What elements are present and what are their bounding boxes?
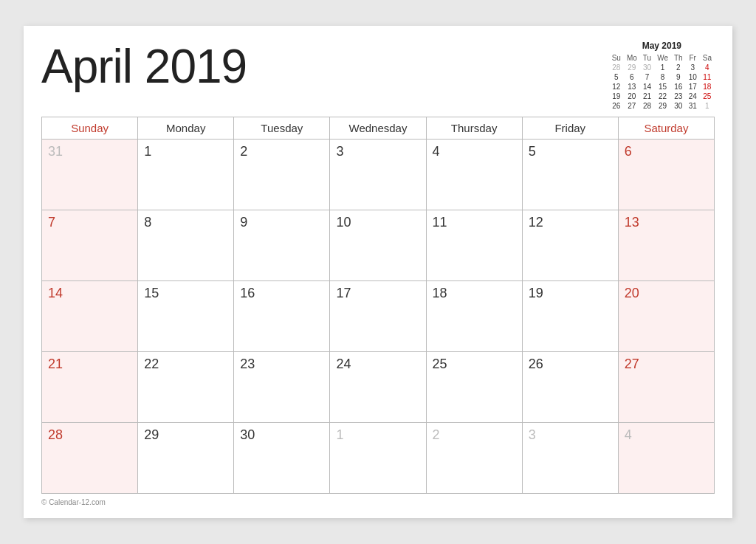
calendar-cell[interactable]: 25 [426,352,522,423]
mini-calendar-title: May 2019 [609,41,715,51]
day-number: 30 [240,427,255,442]
day-number: 16 [240,286,255,300]
main-calendar: SundayMondayTuesdayWednesdayThursdayFrid… [41,117,715,494]
day-number: 11 [433,215,447,230]
day-number: 2 [433,427,440,442]
day-header-saturday: Saturday [618,117,714,140]
mini-calendar-table: SuMoTuWeThFrSa 2829301234567891011121314… [609,53,715,111]
day-number: 4 [433,144,440,159]
calendar-cell[interactable]: 13 [618,210,714,281]
day-number: 24 [336,357,351,371]
calendar-cell[interactable]: 10 [330,210,426,281]
calendar-cell[interactable]: 29 [138,423,234,494]
day-number: 14 [48,286,63,300]
day-number: 19 [529,286,543,300]
day-number: 8 [144,215,151,230]
calendar-cell[interactable]: 2 [426,423,522,494]
day-number: 20 [625,286,639,300]
day-number: 15 [144,286,159,300]
calendar-cell[interactable]: 11 [426,210,522,281]
calendar-cell[interactable]: 8 [138,210,234,281]
calendar-cell[interactable]: 30 [234,423,330,494]
calendar-cell[interactable]: 28 [42,423,138,494]
calendar-cell[interactable]: 3 [522,423,618,494]
day-number: 26 [529,357,543,371]
calendar-cell[interactable]: 27 [618,352,714,423]
day-number: 3 [529,427,536,442]
day-number: 5 [529,144,536,159]
calendar-cell[interactable]: 26 [522,352,618,423]
calendar-page: April 2019 May 2019 SuMoTuWeThFrSa 28293… [24,26,732,518]
day-header-sunday: Sunday [42,117,138,140]
day-header-tuesday: Tuesday [234,117,330,140]
day-number: 2 [240,144,247,159]
calendar-cell[interactable]: 7 [42,210,138,281]
calendar-cell[interactable]: 6 [618,140,714,210]
day-number: 28 [48,427,63,442]
calendar-cell[interactable]: 1 [330,423,426,494]
day-number: 10 [336,215,351,230]
calendar-cell[interactable]: 1 [138,140,234,210]
calendar-cell[interactable]: 17 [330,281,426,352]
calendar-cell[interactable]: 5 [522,140,618,210]
calendar-cell[interactable]: 2 [234,140,330,210]
mini-calendar: May 2019 SuMoTuWeThFrSa 2829301234567891… [609,41,715,111]
day-number: 27 [625,357,639,371]
calendar-cell[interactable]: 12 [522,210,618,281]
calendar-cell[interactable]: 15 [138,281,234,352]
top-section: April 2019 May 2019 SuMoTuWeThFrSa 28293… [41,41,715,111]
day-header-wednesday: Wednesday [330,117,426,140]
calendar-cell[interactable]: 4 [618,423,714,494]
day-number: 25 [433,357,447,371]
calendar-cell[interactable]: 16 [234,281,330,352]
day-header-monday: Monday [138,117,234,140]
calendar-cell[interactable]: 20 [618,281,714,352]
day-number: 1 [144,144,151,159]
calendar-cell[interactable]: 22 [138,352,234,423]
main-title: April 2019 [41,41,247,92]
day-number: 18 [433,286,447,300]
day-number: 9 [240,215,247,230]
day-header-friday: Friday [522,117,618,140]
calendar-cell[interactable]: 21 [42,352,138,423]
calendar-cell[interactable]: 23 [234,352,330,423]
day-number: 23 [240,357,255,371]
day-number: 1 [336,427,343,442]
day-number: 12 [529,215,543,230]
day-number: 4 [625,427,632,442]
calendar-cell[interactable]: 3 [330,140,426,210]
calendar-cell[interactable]: 19 [522,281,618,352]
day-number: 21 [48,357,63,371]
calendar-cell[interactable]: 31 [42,140,138,210]
copyright: © Calendar-12.com [41,498,715,506]
day-number: 13 [625,215,639,230]
day-number: 29 [144,427,159,442]
calendar-cell[interactable]: 24 [330,352,426,423]
calendar-cell[interactable]: 9 [234,210,330,281]
calendar-cell[interactable]: 18 [426,281,522,352]
day-header-thursday: Thursday [426,117,522,140]
day-number: 17 [336,286,351,300]
day-number: 7 [48,215,55,230]
day-number: 6 [625,144,632,159]
day-number: 3 [336,144,343,159]
day-number: 31 [48,144,63,159]
calendar-cell[interactable]: 4 [426,140,522,210]
calendar-cell[interactable]: 14 [42,281,138,352]
day-number: 22 [144,357,159,371]
